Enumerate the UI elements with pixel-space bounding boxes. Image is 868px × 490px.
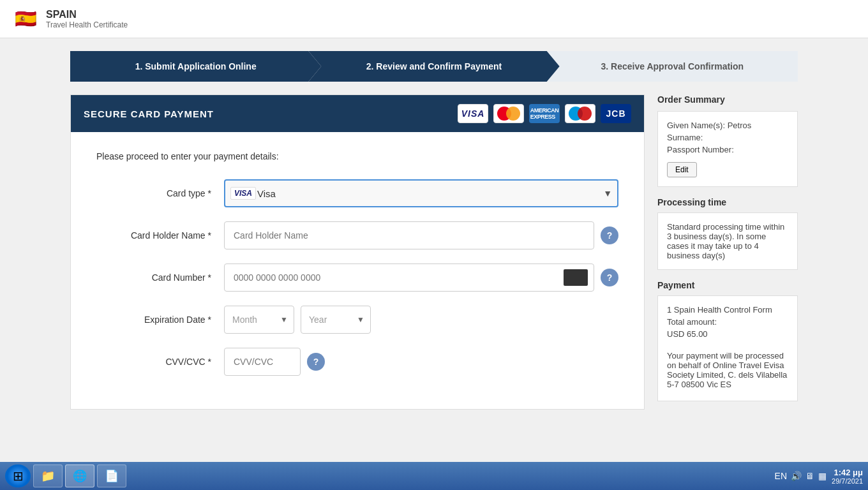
order-summary-box: Given Name(s): Petros Surname: Passport … (657, 111, 798, 187)
month-select[interactable]: Month 010203 040506 070809 101112 (224, 306, 294, 334)
year-select[interactable]: Year 202120222023 202420252026 (301, 306, 371, 334)
expiration-wrap: Month 010203 040506 070809 101112 ▼ Year (224, 306, 618, 334)
year-select-wrap: Year 202120222023 202420252026 ▼ (301, 306, 371, 334)
processing-text: Standard processing time within 3 busine… (667, 222, 788, 260)
card-number-row: Card Number * ? (96, 264, 618, 292)
payment-item: 1 Spain Health Control Form (667, 305, 788, 315)
card-number-brand-icon (564, 269, 588, 286)
payment-body: Please proceed to enter your payment det… (71, 132, 644, 409)
step-1[interactable]: 1. Submit Application Online (70, 51, 321, 82)
jcb-logo: JCB (601, 104, 631, 123)
payment-header: SECURE CARD PAYMENT VISA AMERICANEXPRESS (71, 95, 644, 132)
step-3-label: 3. Receive Approval Confirmation (601, 61, 744, 71)
given-names: Given Name(s): Petros (667, 121, 788, 130)
payment-summary-title: Payment (657, 280, 798, 290)
visa-logo: VISA (458, 104, 488, 123)
passport-number: Passport Number: (667, 145, 788, 154)
cvv-row: CVV/CVC * ? (96, 348, 618, 376)
card-number-help-icon[interactable]: ? (601, 269, 618, 286)
payment-summary-box: 1 Spain Health Control Form Total amount… (657, 295, 798, 401)
visa-mini-icon: VISA (230, 187, 256, 200)
country-name: SPAIN (46, 9, 128, 20)
card-holder-row: Card Holder Name * ? (96, 221, 618, 249)
card-holder-wrap: ? (224, 221, 618, 249)
cvv-input[interactable] (224, 348, 301, 376)
step-2-label: 2. Review and Confirm Payment (366, 61, 502, 71)
header-subtitle: Travel Health Certificate (46, 20, 128, 29)
mastercard-logo (493, 104, 524, 123)
order-summary: Order Summary Given Name(s): Petros Surn… (657, 94, 798, 410)
maestro-logo (565, 104, 595, 123)
surname: Surname: (667, 133, 788, 142)
card-holder-help-icon[interactable]: ? (601, 226, 618, 244)
card-number-field-wrap (224, 264, 594, 292)
payment-title: SECURE CARD PAYMENT (84, 108, 214, 119)
header-text: SPAIN Travel Health Certificate (46, 9, 128, 29)
card-logos: VISA AMERICANEXPRESS (458, 104, 631, 123)
card-type-label: Card type * (96, 188, 224, 198)
step-3[interactable]: 3. Receive Approval Confirmation (547, 51, 798, 82)
cvv-help-icon[interactable]: ? (307, 353, 325, 371)
step-2[interactable]: 2. Review and Confirm Payment (308, 51, 559, 82)
card-type-select-wrap: VISA Visa Mastercard American Express ▼ (224, 179, 618, 207)
total-label: Total amount: (667, 317, 788, 327)
card-type-select[interactable]: Visa Mastercard American Express (224, 179, 618, 207)
steps-bar: 1. Submit Application Online 2. Review a… (70, 51, 798, 82)
amex-logo: AMERICANEXPRESS (529, 104, 560, 123)
card-type-row: Card type * VISA Visa Mastercard America… (96, 179, 618, 207)
header: 🇪🇸 SPAIN Travel Health Certificate (0, 0, 868, 38)
card-holder-input[interactable] (224, 221, 594, 249)
payment-note: Your payment will be processed on behalf… (667, 351, 788, 389)
card-number-input[interactable] (224, 264, 594, 292)
order-summary-title: Order Summary (657, 94, 798, 105)
payment-section: SECURE CARD PAYMENT VISA AMERICANEXPRESS (70, 94, 645, 410)
cvv-wrap: ? (224, 348, 618, 376)
step-1-label: 1. Submit Application Online (135, 61, 257, 71)
processing-box: Standard processing time within 3 busine… (657, 212, 798, 270)
expiry-selects: Month 010203 040506 070809 101112 ▼ Year (224, 306, 371, 334)
expiration-row: Expiration Date * Month 010203 040506 07… (96, 306, 618, 334)
card-number-label: Card Number * (96, 272, 224, 283)
country-flag: 🇪🇸 (13, 6, 38, 32)
card-holder-label: Card Holder Name * (96, 230, 224, 241)
card-number-wrap: ? (224, 264, 618, 292)
proceed-text: Please proceed to enter your payment det… (96, 151, 618, 161)
expiration-label: Expiration Date * (96, 315, 224, 325)
total-value: USD 65.00 (667, 329, 788, 339)
edit-button[interactable]: Edit (667, 162, 697, 177)
month-select-wrap: Month 010203 040506 070809 101112 ▼ (224, 306, 294, 334)
processing-title: Processing time (657, 197, 798, 207)
cvv-label: CVV/CVC * (96, 357, 224, 367)
main-container: SECURE CARD PAYMENT VISA AMERICANEXPRESS (70, 94, 798, 422)
card-type-wrap: VISA Visa Mastercard American Express ▼ (224, 179, 618, 207)
